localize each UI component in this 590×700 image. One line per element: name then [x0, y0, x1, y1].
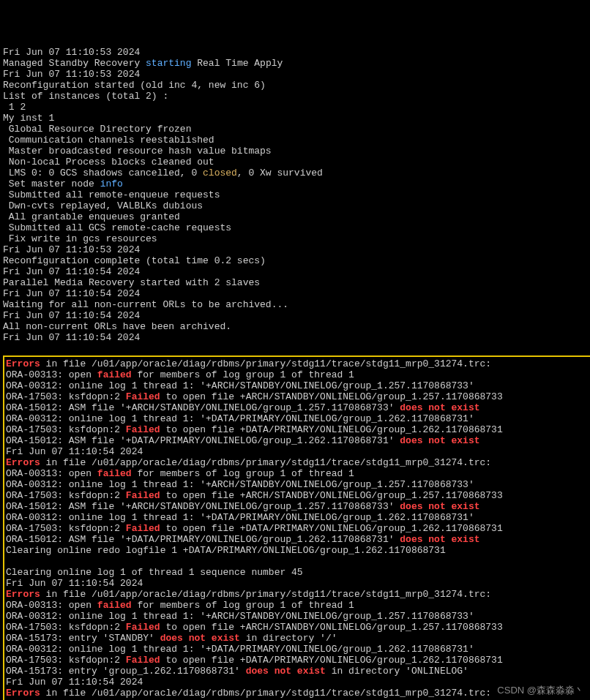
log-segment: List of instances (total 2) : [3, 91, 168, 102]
log-segment: Global Resource Directory frozen [3, 124, 191, 135]
log-line: ORA-15012: ASM file '+DATA/PRIMARY/ONLIN… [6, 435, 590, 446]
log-segment: to open file +ARCH/STANDBY/ONLINELOG/gro… [160, 391, 503, 402]
log-line: Fix write in gcs resources [3, 233, 590, 244]
log-segment: ORA-15012: ASM file '+ARCH/STANDBY/ONLIN… [6, 402, 400, 413]
log-segment: in directory 'ONLINELOG' [326, 666, 468, 677]
log-line: ORA-15173: entry 'STANDBY' does not exis… [6, 633, 590, 644]
log-line: ORA-00313: open failed for members of lo… [6, 468, 590, 479]
log-segment: does not exist [400, 402, 479, 413]
log-segment: to open file +DATA/PRIMARY/ONLINELOG/gro… [160, 655, 503, 666]
log-segment: ORA-17503: ksfdopn:2 [6, 622, 126, 633]
log-segment: Fri Jun 07 11:10:53 2024 [3, 244, 140, 255]
log-segment: ORA-00312: online log 1 thread 1: '+DATA… [6, 413, 474, 424]
log-line: Fri Jun 07 11:10:54 2024 [3, 266, 590, 277]
log-segment: does not exist [400, 501, 479, 512]
log-segment: failed [97, 600, 132, 611]
log-segment: to open file +DATA/PRIMARY/ONLINELOG/gro… [160, 523, 503, 534]
log-segment: closed [203, 168, 237, 178]
log-segment: Fri Jun 07 11:10:53 2024 [3, 69, 140, 80]
log-segment: Set master node [3, 178, 100, 189]
log-line: ORA-00312: online log 1 thread 1: '+ARCH… [6, 479, 590, 490]
log-segment: Failed [126, 622, 160, 633]
log-segment: ORA-15012: ASM file '+DATA/PRIMARY/ONLIN… [6, 435, 400, 446]
log-line: ORA-17503: ksfdopn:2 Failed to open file… [6, 391, 590, 402]
log-segment: ORA-00312: online log 1 thread 1: '+DATA… [6, 512, 474, 523]
log-segment: failed [97, 468, 132, 479]
log-segment: Real Time Apply [191, 58, 283, 69]
log-segment: to open file +ARCH/STANDBY/ONLINELOG/gro… [160, 490, 503, 501]
log-line: All non-current ORLs have been archived. [3, 321, 590, 332]
log-line: Fri Jun 07 11:10:53 2024 [3, 47, 590, 58]
log-line: Dwn-cvts replayed, VALBLKs dubious [3, 200, 590, 211]
log-segment: Failed [126, 655, 160, 666]
log-segment: starting [146, 58, 191, 69]
log-segment: ORA-17503: ksfdopn:2 [6, 391, 126, 402]
log-segment: in file /u01/app/oracle/diag/rdbms/prima… [40, 457, 491, 468]
log-segment: ORA-00312: online log 1 thread 1: '+DATA… [6, 644, 474, 655]
log-line: ORA-17503: ksfdopn:2 Failed to open file… [6, 655, 590, 666]
log-segment: Fri Jun 07 11:10:54 2024 [6, 578, 143, 589]
log-segment: Failed [126, 424, 160, 435]
log-segment: to open file +ARCH/STANDBY/ONLINELOG/gro… [160, 622, 503, 633]
log-segment: All non-current ORLs have been archived. [3, 321, 231, 332]
log-segment: Fri Jun 07 11:10:54 2024 [3, 332, 140, 343]
log-segment: to open file +DATA/PRIMARY/ONLINELOG/gro… [160, 424, 503, 435]
log-segment: in file /u01/app/oracle/diag/rdbms/prima… [40, 589, 491, 600]
log-segment: does not exist [400, 435, 479, 446]
log-line: Fri Jun 07 11:10:53 2024 [3, 244, 590, 255]
log-line: ORA-17503: ksfdopn:2 Failed to open file… [6, 424, 590, 435]
log-segment: , 0 Xw survived [237, 168, 323, 178]
log-segment: for members of log group 1 of thread 1 [132, 600, 354, 611]
log-segment: ORA-00312: online log 1 thread 1: '+ARCH… [6, 380, 474, 391]
log-line: Errors in file /u01/app/oracle/diag/rdbm… [6, 457, 590, 468]
log-segment: Parallel Media Recovery started with 2 s… [3, 277, 260, 288]
log-segment: ORA-00313: open [6, 369, 97, 380]
log-segment: Managed Standby Recovery [3, 58, 146, 69]
log-segment: Fri Jun 07 11:10:54 2024 [3, 266, 140, 277]
log-line: Communication channels reestablished [3, 135, 590, 146]
log-line: Submitted all GCS remote-cache requests [3, 222, 590, 233]
log-line: ORA-00312: online log 1 thread 1: '+ARCH… [6, 380, 590, 391]
log-line: ORA-15012: ASM file '+ARCH/STANDBY/ONLIN… [6, 402, 590, 413]
log-segment: ORA-00313: open [6, 468, 97, 479]
log-segment: ORA-00313: open [6, 600, 97, 611]
log-line: Parallel Media Recovery started with 2 s… [3, 277, 590, 288]
log-line: Errors in file /u01/app/oracle/diag/rdbm… [6, 358, 590, 369]
log-segment: Errors [6, 589, 40, 600]
log-segment: info [100, 178, 123, 189]
log-segment: ORA-17503: ksfdopn:2 [6, 655, 126, 666]
log-segment: Dwn-cvts replayed, VALBLKs dubious [3, 200, 203, 211]
log-line: Errors in file /u01/app/oracle/diag/rdbm… [6, 589, 590, 600]
log-segment: 1 2 [3, 102, 26, 113]
log-error-box: Errors in file /u01/app/oracle/diag/rdbm… [3, 355, 590, 700]
log-segment: Waiting for all non-current ORLs to be a… [3, 299, 288, 310]
log-segment: Errors [6, 457, 40, 468]
log-line: ORA-00313: open failed for members of lo… [6, 600, 590, 611]
log-segment: in directory '/' [240, 633, 337, 644]
log-segment: ORA-00312: online log 1 thread 1: '+ARCH… [6, 479, 474, 490]
log-line: Fri Jun 07 11:10:54 2024 [3, 310, 590, 321]
log-segment: in file /u01/app/oracle/diag/rdbms/prima… [40, 688, 491, 699]
log-segment: Clearing online log 1 of thread 1 sequen… [6, 567, 303, 578]
log-segment: Errors [6, 358, 40, 369]
log-segment: ORA-15173: entry 'group_1.262.1170868731… [6, 666, 246, 677]
log-segment: Master broadcasted resource hash value b… [3, 146, 272, 157]
log-segment: ORA-17503: ksfdopn:2 [6, 490, 126, 501]
log-segment: Fri Jun 07 11:10:54 2024 [6, 677, 143, 688]
log-line: Submitted all remote-enqueue requests [3, 189, 590, 200]
log-line: Fri Jun 07 11:10:54 2024 [3, 288, 590, 299]
log-segment: does not exist [160, 633, 240, 644]
log-line: Reconfiguration started (old inc 4, new … [3, 80, 590, 91]
log-segment: Fri Jun 07 11:10:54 2024 [6, 446, 143, 457]
log-segment: does not exist [246, 666, 326, 677]
log-line: Clearing online redo logfile 1 +DATA/PRI… [6, 545, 590, 556]
log-line: ORA-17503: ksfdopn:2 Failed to open file… [6, 622, 590, 633]
log-line: Fri Jun 07 11:10:53 2024 [3, 69, 590, 80]
log-segment: My inst 1 [3, 113, 54, 124]
log-line: Fri Jun 07 11:10:54 2024 [6, 578, 590, 589]
log-line: ORA-17503: ksfdopn:2 Failed to open file… [6, 490, 590, 501]
log-line: Set master node info [3, 178, 590, 189]
log-segment: Non-local Process blocks cleaned out [3, 157, 214, 168]
log-line: ORA-15012: ASM file '+ARCH/STANDBY/ONLIN… [6, 501, 590, 512]
log-line: Fri Jun 07 11:10:54 2024 [3, 332, 590, 343]
